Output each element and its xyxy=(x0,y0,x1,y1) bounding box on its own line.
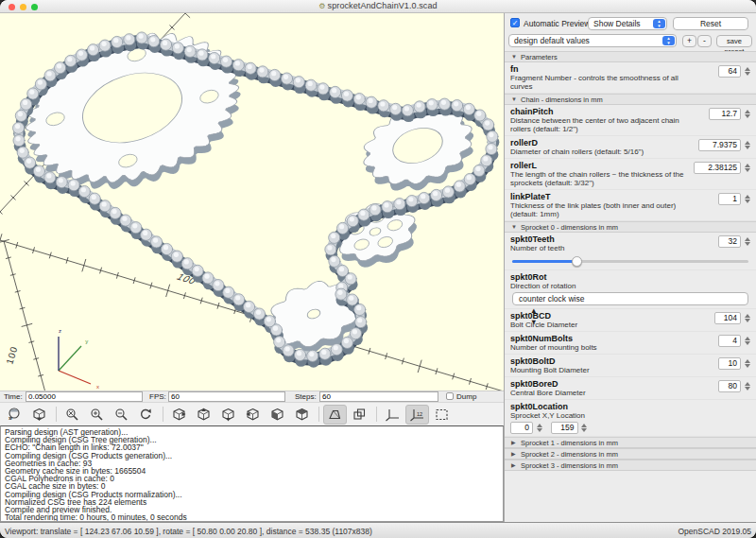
param-description: Mounting Bolt Diameter xyxy=(510,366,750,374)
disclosure-closed-icon: ▶ xyxy=(511,449,516,460)
stepper-down-icon[interactable] xyxy=(745,341,750,345)
details-dropdown[interactable]: Show Details▲▼ xyxy=(588,17,667,30)
steps-input[interactable] xyxy=(319,391,438,402)
stepper-down-icon[interactable] xyxy=(745,319,750,322)
fps-input[interactable] xyxy=(168,391,285,402)
stepper-arrows-icon[interactable] xyxy=(743,380,751,392)
stepper-up-icon[interactable] xyxy=(745,164,750,167)
section-header-chain-dimensions-in-mm[interactable]: ▼Chain - dimensions in mm xyxy=(505,94,756,105)
add-preset-button[interactable]: + xyxy=(682,35,696,47)
view-left-button[interactable] xyxy=(241,405,265,425)
number-input[interactable]: 7.9375 xyxy=(698,139,741,151)
console-output[interactable]: Parsing design (AST generation)...Compil… xyxy=(0,425,504,522)
stepper-up-icon[interactable] xyxy=(537,424,542,427)
zoom-out-button[interactable] xyxy=(110,405,133,425)
stepper-down-icon[interactable] xyxy=(745,364,750,368)
orthogonal-button[interactable] xyxy=(348,405,371,425)
stepper-arrows-icon[interactable] xyxy=(743,235,751,248)
stepper-down-icon[interactable] xyxy=(537,428,542,432)
number-input[interactable]: 104 xyxy=(714,312,742,324)
3d-viewport[interactable]: 100100xyz xyxy=(0,13,504,390)
reset-button[interactable]: Reset xyxy=(673,17,748,30)
teeth-slider[interactable] xyxy=(512,255,748,267)
remove-preset-button[interactable]: - xyxy=(697,35,712,47)
param-row-rollerD: rollerDDiameter of chain rollers (defaul… xyxy=(505,136,756,159)
stepper-down-icon[interactable] xyxy=(745,114,750,118)
param-row-fn: fnFragment Number - controls the smoothn… xyxy=(505,62,756,94)
stepper-up-icon[interactable] xyxy=(581,424,587,427)
preset-dropdown[interactable]: design default values▲▼ xyxy=(508,34,677,47)
show-axes-button[interactable] xyxy=(381,405,404,425)
number-input[interactable]: 10 xyxy=(718,357,741,370)
stepper-arrows-icon[interactable] xyxy=(743,312,751,324)
stepper-arrows-icon[interactable] xyxy=(743,193,751,205)
stepper-arrows-icon[interactable] xyxy=(743,65,751,78)
number-input[interactable]: 32 xyxy=(718,235,741,248)
view-back-button[interactable] xyxy=(290,405,314,425)
slider-thumb[interactable] xyxy=(572,256,582,267)
number-input[interactable]: 64 xyxy=(718,65,741,78)
stepper-arrows-icon[interactable] xyxy=(743,139,751,151)
stepper-arrows-icon[interactable] xyxy=(535,422,543,434)
perspective-button[interactable] xyxy=(323,405,347,425)
reset-view-button[interactable] xyxy=(134,405,158,425)
section-header-sprocket-2-dimensions-in-mm[interactable]: ▶Sprocket 2 - dimensions in mm xyxy=(505,448,756,460)
number-input[interactable]: 4 xyxy=(718,335,741,347)
param-select-spkt0Rot[interactable]: counter clock wise▲▼ xyxy=(512,292,748,305)
view-top-button[interactable] xyxy=(192,405,215,425)
spinbox-fn: 64 xyxy=(718,65,751,78)
stepper-up-icon[interactable] xyxy=(745,337,750,340)
view-bottom-button[interactable] xyxy=(216,405,240,425)
number-input[interactable]: 80 xyxy=(718,380,741,392)
section-header-sprocket-0-dimensions-in-mm[interactable]: ▼Sprocket 0 - dimensions in mm xyxy=(505,221,756,233)
spinbox-chainPitch: 12.7 xyxy=(709,108,751,120)
stepper-arrows-icon[interactable] xyxy=(743,357,751,370)
show-scale-markers-button[interactable]: 12 xyxy=(405,405,429,425)
number-input[interactable]: 2.38125 xyxy=(694,162,742,174)
save-preset-button[interactable]: save preset xyxy=(716,35,752,47)
viewport-status-text: Viewport: translate = [ 124.23 67.06 10.… xyxy=(5,527,372,536)
view-front-button[interactable] xyxy=(266,405,289,425)
number-input[interactable]: 0 xyxy=(510,422,533,434)
stepper-down-icon[interactable] xyxy=(581,428,587,432)
stepper-down-icon[interactable] xyxy=(745,168,750,172)
section-header-sprocket-1-dimensions-in-mm[interactable]: ▶Sprocket 1 - dimensions in mm xyxy=(505,437,756,448)
stepper-arrows-icon[interactable] xyxy=(743,335,751,347)
stepper-up-icon[interactable] xyxy=(745,314,750,318)
view-all-button[interactable] xyxy=(27,405,51,425)
zoom-all-button[interactable] xyxy=(60,405,84,425)
section-header-parameters[interactable]: ▼Parameters xyxy=(505,51,756,62)
show-axes-icon xyxy=(385,408,401,422)
stepper-down-icon[interactable] xyxy=(745,146,750,149)
stepper-down-icon[interactable] xyxy=(745,242,750,246)
number-input[interactable]: 1 xyxy=(718,193,741,205)
stepper-down-icon[interactable] xyxy=(745,200,750,203)
dump-pictures-checkbox[interactable] xyxy=(446,392,454,400)
stepper-arrows-icon[interactable] xyxy=(743,108,751,120)
stepper-up-icon[interactable] xyxy=(745,195,750,199)
select-value: counter clock wise xyxy=(519,294,584,304)
stepper-up-icon[interactable] xyxy=(745,359,750,363)
show-crosshairs-button[interactable] xyxy=(430,405,454,425)
customizer-topbar: ✓ Automatic Preview Show Details▲▼ Reset… xyxy=(505,13,756,51)
stepper-arrows-icon[interactable] xyxy=(743,162,751,174)
preview-button[interactable]: » xyxy=(3,405,26,425)
stepper-up-icon[interactable] xyxy=(745,237,750,241)
zoom-in-button[interactable] xyxy=(85,405,109,425)
automatic-preview-checkbox[interactable]: ✓ xyxy=(510,18,520,27)
stepper-down-icon[interactable] xyxy=(745,72,750,76)
number-input[interactable]: 159 xyxy=(551,422,578,434)
stepper-up-icon[interactable] xyxy=(745,67,750,71)
section-header-sprocket-3-dimensions-in-mm[interactable]: ▶Sprocket 3 - dimensions in mm xyxy=(505,460,756,471)
stepper-down-icon[interactable] xyxy=(745,387,750,390)
stepper-up-icon[interactable] xyxy=(745,110,750,113)
param-control: 2.38125 xyxy=(694,162,752,174)
time-input[interactable] xyxy=(26,391,143,402)
number-input[interactable]: 12.7 xyxy=(709,108,741,120)
param-control: 4 xyxy=(718,335,751,347)
view-right-button[interactable] xyxy=(167,405,191,425)
openscad-window: ⚙sprocketAndChainV1.0.scad 100100xyz ✓ A… xyxy=(0,0,756,538)
stepper-up-icon[interactable] xyxy=(745,382,750,386)
stepper-arrows-icon[interactable] xyxy=(580,422,589,434)
stepper-up-icon[interactable] xyxy=(745,141,750,145)
